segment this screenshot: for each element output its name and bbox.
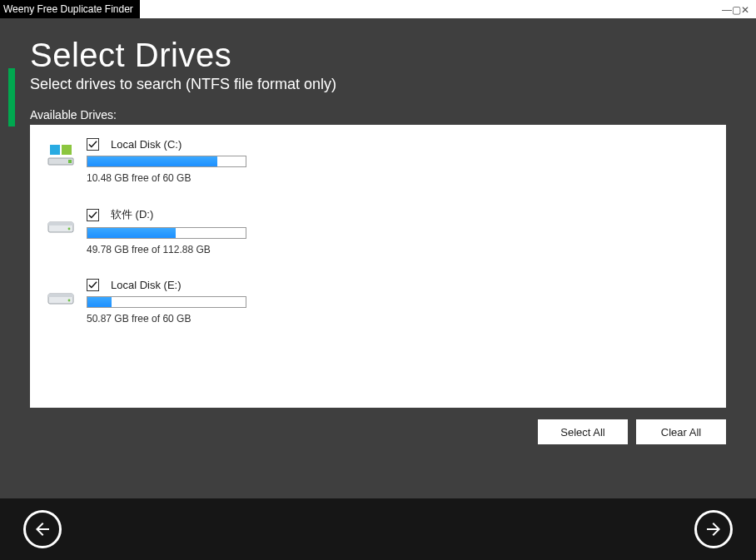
drive-free-text: 10.48 GB free of 60 GB	[87, 172, 709, 184]
app-title: Weeny Free Duplicate Finder	[3, 3, 133, 15]
drive-free-text: 49.78 GB free of 112.88 GB	[87, 244, 709, 255]
page-subtitle: Select drives to search (NTFS file forma…	[30, 76, 726, 93]
arrow-right-icon	[704, 519, 724, 539]
drive-name: Local Disk (C:)	[111, 138, 182, 151]
drive-usage-bar	[87, 227, 246, 239]
close-button[interactable]: ✕	[741, 2, 749, 17]
back-button[interactable]	[23, 510, 62, 548]
button-row: Select All Clear All	[30, 419, 726, 444]
drive-icon	[47, 143, 75, 168]
drives-panel: Local Disk (C:)10.48 GB free of 60 GB软件 …	[30, 125, 726, 408]
titlebar: Weeny Free Duplicate Finder — ▢ ✕	[0, 0, 756, 18]
drive-usage-bar	[87, 156, 246, 167]
minimize-button[interactable]: —	[722, 2, 732, 17]
arrow-left-icon	[32, 519, 52, 539]
svg-rect-1	[50, 145, 60, 155]
svg-rect-3	[68, 160, 72, 163]
drive-row: Local Disk (C:)10.48 GB free of 60 GB	[47, 138, 709, 184]
maximize-button[interactable]: ▢	[732, 2, 741, 17]
page-title: Select Drives	[30, 37, 726, 74]
svg-rect-2	[62, 145, 72, 155]
drive-usage-bar	[87, 296, 246, 308]
available-drives-label: Available Drives:	[30, 108, 726, 121]
drive-free-text: 50.87 GB free of 60 GB	[87, 313, 709, 325]
accent-bar	[8, 68, 15, 126]
drive-row: Local Disk (E:)50.87 GB free of 60 GB	[47, 279, 709, 325]
drive-checkbox[interactable]	[87, 138, 99, 151]
svg-point-9	[68, 300, 71, 302]
drive-icon	[47, 284, 75, 309]
app-window: Weeny Free Duplicate Finder — ▢ ✕ Select…	[0, 0, 756, 560]
clear-all-button[interactable]: Clear All	[636, 419, 726, 444]
drive-checkbox[interactable]	[87, 209, 99, 221]
drive-row: 软件 (D:)49.78 GB free of 112.88 GB	[47, 207, 709, 255]
svg-rect-5	[48, 222, 73, 225]
drive-icon	[47, 212, 75, 237]
next-button[interactable]	[694, 510, 733, 548]
footer-nav	[0, 498, 756, 560]
select-all-button[interactable]: Select All	[538, 419, 628, 444]
svg-point-6	[68, 228, 71, 230]
drive-name: 软件 (D:)	[111, 207, 153, 222]
content-area: Select Drives Select drives to search (N…	[0, 18, 756, 498]
svg-rect-8	[48, 294, 73, 297]
drive-checkbox[interactable]	[87, 279, 99, 291]
drive-name: Local Disk (E:)	[111, 279, 182, 291]
